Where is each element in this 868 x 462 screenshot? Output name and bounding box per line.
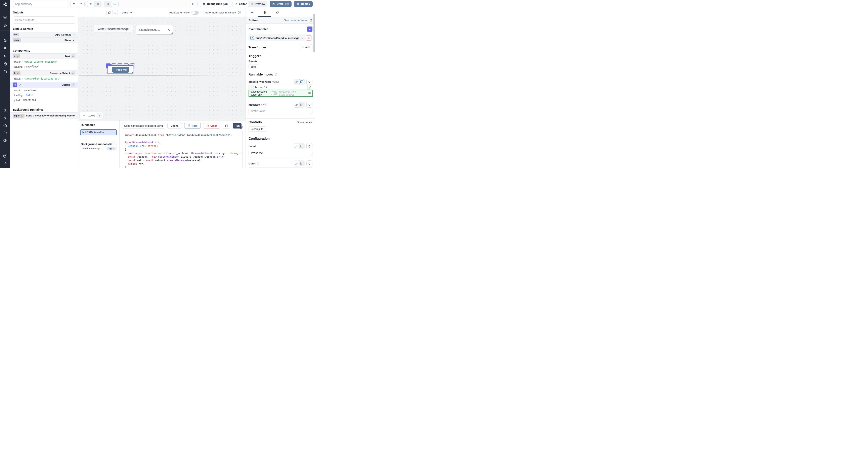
- search-outputs-input[interactable]: [13, 16, 75, 24]
- tab-editor[interactable]: Editor: [233, 1, 249, 7]
- text-component[interactable]: Write Discord message:: [94, 25, 133, 33]
- expand-editor-icon[interactable]: [307, 85, 312, 90]
- expression-value[interactable]: b.result: [254, 85, 311, 90]
- connect-plug-icon[interactable]: [306, 143, 312, 149]
- refresh-count-button[interactable]: 1: [106, 10, 118, 15]
- connect-plug-icon[interactable]: [306, 102, 312, 108]
- star-icon[interactable]: [3, 24, 7, 28]
- debug-runs-button[interactable]: Debug runs (23): [200, 1, 230, 7]
- redo-button[interactable]: [78, 1, 84, 7]
- deploy-button[interactable]: Deploy: [294, 1, 313, 7]
- resize-handle[interactable]: [131, 31, 132, 32]
- collapse-button[interactable]: [71, 71, 75, 75]
- app-canvas[interactable]: Write Discord message: Example resou... …: [78, 17, 246, 120]
- component-row-a[interactable]: a☝ Text: [10, 54, 78, 59]
- event-click-chip[interactable]: click: [249, 64, 258, 69]
- static-pencil-icon[interactable]: [294, 143, 299, 149]
- draft-button[interactable]: Draft⌘S: [270, 1, 291, 7]
- app-window-icon[interactable]: [3, 15, 7, 19]
- resources-from-users-toggle[interactable]: [271, 91, 277, 95]
- refresh-icon[interactable]: [107, 10, 113, 15]
- zoom-in-button[interactable]: +: [97, 113, 102, 118]
- refresh-script-button[interactable]: [223, 123, 230, 129]
- desktop-view-button[interactable]: [111, 1, 118, 7]
- press-me-button[interactable]: Press me: [112, 67, 129, 73]
- clear-button[interactable]: Clear: [203, 123, 220, 129]
- remove-handler-button[interactable]: [306, 35, 311, 40]
- scrollbar-thumb[interactable]: [313, 14, 315, 53]
- resize-handle[interactable]: [131, 72, 133, 73]
- tab-preview[interactable]: Preview: [249, 1, 267, 7]
- runnable-item-selected[interactable]: hub/1511/discord/se... c: [80, 129, 117, 135]
- undo-button[interactable]: [71, 1, 78, 7]
- selected-button-component[interactable]: Press me: [107, 65, 133, 74]
- tab-styling-brush-icon[interactable]: [275, 10, 280, 15]
- component-row-c-selected[interactable]: c Button: [10, 82, 78, 88]
- background-runnable-item[interactable]: Send a message... bg_0: [80, 146, 117, 152]
- collapse-button[interactable]: [71, 83, 75, 87]
- info-icon[interactable]: ⓘ: [257, 162, 259, 165]
- textarea-resize-icon[interactable]: [309, 154, 311, 156]
- info-icon[interactable]: ⓘ: [268, 45, 270, 49]
- static-pencil-icon[interactable]: [294, 161, 299, 166]
- info-icon[interactable]: ⓘ: [275, 73, 277, 76]
- tab-insert-plus-icon[interactable]: [249, 10, 255, 15]
- audit-eye-icon[interactable]: [3, 138, 7, 142]
- kebab-menu-icon[interactable]: ⋮: [184, 2, 188, 6]
- output-row-ctx[interactable]: ctx App Context: [10, 32, 78, 37]
- centering-toggle-button[interactable]: [87, 1, 94, 7]
- static-pencil-icon[interactable]: [294, 79, 299, 84]
- hide-bar-toggle[interactable]: [191, 11, 199, 15]
- eval-function-icon[interactable]: f: [299, 79, 304, 84]
- collapse-button[interactable]: [71, 55, 75, 58]
- component-row-b[interactable]: b☝ Resource Select: [10, 70, 78, 76]
- script-title-input[interactable]: [122, 123, 165, 129]
- info-icon[interactable]: ⓘ: [308, 92, 311, 95]
- handler-script-row[interactable]: f hub/1511/discord/send_a_message_...: [249, 35, 312, 41]
- settings-gear-icon[interactable]: [3, 116, 7, 120]
- connect-plug-icon[interactable]: [306, 79, 312, 85]
- app-summary-input[interactable]: [13, 1, 68, 7]
- user-icon[interactable]: [3, 109, 7, 112]
- runs-icon[interactable]: [3, 46, 7, 50]
- eval-function-icon[interactable]: f: [299, 102, 304, 107]
- code-editor[interactable]: import discordwebhook from "https://deno…: [122, 131, 243, 168]
- tab-component-settings-icon[interactable]: [262, 10, 268, 15]
- message-static-input[interactable]: [249, 108, 312, 115]
- eval-function-icon[interactable]: f: [299, 161, 304, 166]
- help-icon[interactable]: ?: [3, 154, 7, 158]
- mobile-view-button[interactable]: [104, 1, 111, 7]
- fork-button[interactable]: Fork: [184, 123, 201, 129]
- run-mode-select[interactable]: once: [122, 10, 133, 15]
- home-icon[interactable]: [3, 38, 7, 42]
- expand-sidebar-icon[interactable]: [3, 161, 7, 165]
- connect-plug-icon[interactable]: [306, 160, 312, 166]
- info-icon[interactable]: ⓘ: [238, 11, 241, 14]
- resize-handle[interactable]: [171, 33, 173, 34]
- documentation-book-button[interactable]: [190, 1, 197, 7]
- variables-icon[interactable]: $: [4, 54, 6, 58]
- static-pencil-icon[interactable]: [294, 102, 299, 107]
- chevron-down-icon[interactable]: [72, 33, 75, 36]
- output-row-state[interactable]: state State: [10, 37, 78, 43]
- workers-icon[interactable]: [3, 124, 7, 128]
- label-value-input[interactable]: Press me: [249, 150, 312, 157]
- see-documentation-link[interactable]: See documentation: [284, 19, 312, 22]
- schedules-icon[interactable]: [3, 70, 7, 74]
- color-value-input[interactable]: [249, 167, 312, 168]
- show-details-link[interactable]: Show details: [297, 121, 312, 124]
- resources-icon[interactable]: [3, 62, 7, 66]
- textarea-resize-icon[interactable]: [309, 111, 311, 114]
- background-runnable-row[interactable]: bg_0☝ Send a message to discord using we…: [10, 112, 78, 119]
- resource-select-component[interactable]: Example resou...: [136, 25, 173, 35]
- zoom-out-button[interactable]: −: [82, 113, 86, 117]
- cache-button[interactable]: Cache: [167, 123, 182, 129]
- recompute-chip[interactable]: recompute: [249, 127, 266, 132]
- copy-code-icon[interactable]: [239, 126, 243, 129]
- folders-icon[interactable]: [3, 131, 7, 135]
- chevron-down-icon[interactable]: [72, 39, 75, 42]
- fullscreen-button[interactable]: [94, 1, 101, 7]
- add-transformer-button[interactable]: Add: [299, 44, 312, 50]
- clear-select-icon[interactable]: [167, 28, 170, 31]
- expression-editor[interactable]: 1 b.result: [249, 85, 311, 90]
